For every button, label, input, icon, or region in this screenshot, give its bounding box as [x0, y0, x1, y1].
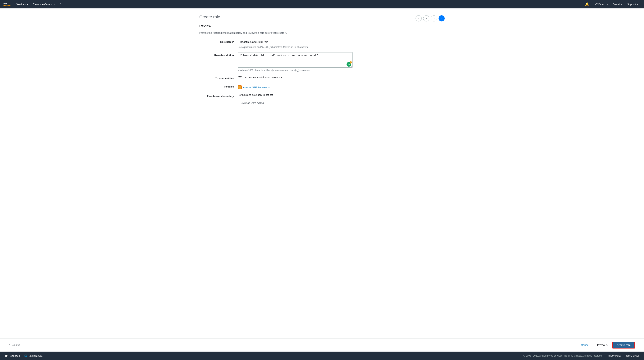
language-selector[interactable]: 🌐 English (US)	[24, 355, 42, 357]
support-menu[interactable]: Support ▼	[625, 0, 641, 8]
top-navigation: aws Services ▼ Resource Groups ▼ ☆ 🔔 LOV…	[0, 0, 644, 8]
feedback-label: Feedback	[9, 355, 20, 357]
favorites-icon[interactable]: ☆	[58, 2, 63, 6]
policies-field: AmazonS3FullAccess ↗	[238, 84, 353, 89]
privacy-policy-link[interactable]: Privacy Policy	[607, 355, 622, 357]
page-header: Create role 1 2 3 4	[184, 8, 460, 24]
section-description: Provide the required information below a…	[199, 31, 445, 34]
create-role-button[interactable]: Create role	[612, 342, 635, 349]
role-description-row: Role description Allows CodeBuild to cal…	[199, 52, 445, 72]
step-1: 1	[416, 15, 422, 21]
grammarly-badge: 1	[350, 61, 352, 63]
notifications-bell-icon[interactable]: 🔔	[583, 2, 592, 6]
language-label: English (US)	[28, 355, 42, 357]
support-label: Support	[627, 3, 636, 6]
no-tags-message: No tags were added.	[242, 101, 445, 104]
policies-label: Policies	[199, 84, 238, 88]
form-area: Review Provide the required information …	[184, 24, 460, 110]
role-description-textarea[interactable]: Allows CodeBuild to call AWS services on…	[238, 52, 353, 68]
account-menu[interactable]: LOVO Inc. ▼	[592, 0, 610, 8]
role-name-hint: Use alphanumeric and '+=,.@-_' character…	[238, 46, 353, 48]
role-name-row: Role name* Use alphanumeric and '+=,.@-_…	[199, 39, 445, 48]
previous-button[interactable]: Previous	[594, 342, 611, 348]
step-3: 3	[431, 15, 437, 21]
username-label: LOVO Inc.	[594, 3, 606, 6]
resource-groups-nav[interactable]: Resource Groups ▼	[31, 0, 58, 8]
role-name-input[interactable]	[238, 39, 314, 45]
feedback-button[interactable]: 💬 Feedback	[4, 355, 20, 357]
footer: 💬 Feedback 🌐 English (US) © 2008 - 2020,…	[0, 352, 644, 360]
services-nav[interactable]: Services ▼	[14, 0, 31, 8]
support-chevron-icon: ▼	[637, 3, 639, 5]
required-note: * Required	[9, 344, 20, 347]
step-4-active: 4	[438, 15, 445, 21]
permissions-boundary-label: Permissions boundary	[199, 93, 238, 98]
region-menu[interactable]: Global ▼	[610, 0, 625, 8]
region-chevron-icon: ▼	[621, 3, 623, 5]
policy-link[interactable]: AmazonS3FullAccess	[243, 86, 267, 89]
trusted-entities-row: Trusted entities AWS service: codebuild.…	[199, 75, 445, 80]
permissions-boundary-value: Permissions boundary is not set	[238, 92, 273, 96]
bottom-action-bar: * Required Cancel Previous Create role	[0, 338, 644, 352]
region-label: Global	[613, 3, 620, 6]
page-title: Create role	[199, 14, 220, 19]
role-description-hint: Maximum 1000 characters. Use alphanumeri…	[238, 69, 353, 72]
grammarly-icon: G 1	[346, 62, 351, 67]
trusted-entities-field: AWS service: codebuild.amazonaws.com	[238, 75, 353, 78]
nav-right-section: 🔔 LOVO Inc. ▼ Global ▼ Support ▼	[583, 0, 641, 8]
permissions-boundary-row: Permissions boundary Permissions boundar…	[199, 93, 445, 98]
feedback-chat-icon: 💬	[4, 355, 8, 357]
policy-icon	[238, 85, 242, 89]
content-wrapper: Create role 1 2 3 4 Review Provide the r…	[0, 8, 644, 338]
globe-icon: 🌐	[24, 355, 28, 357]
role-description-field: Allows CodeBuild to call AWS services on…	[238, 52, 353, 72]
resource-groups-chevron-icon: ▼	[53, 3, 55, 5]
trusted-entities-label: Trusted entities	[199, 75, 238, 80]
role-name-label: Role name*	[199, 39, 238, 43]
role-description-label: Role description	[199, 52, 238, 57]
permissions-boundary-field: Permissions boundary is not set	[238, 93, 353, 96]
step-2: 2	[423, 15, 429, 21]
external-link-icon: ↗	[268, 86, 270, 89]
copyright-text: © 2008 - 2020, Amazon Web Services, Inc.…	[524, 355, 602, 357]
section-title: Review	[199, 24, 445, 30]
grammarly-widget: G 1	[346, 62, 351, 67]
services-chevron-icon: ▼	[26, 3, 28, 5]
aws-logo[interactable]: aws	[3, 2, 11, 6]
role-name-field: Use alphanumeric and '+=,.@-_' character…	[238, 39, 353, 48]
terms-of-use-link[interactable]: Terms of Use	[626, 355, 640, 357]
step-indicators: 1 2 3 4	[416, 14, 445, 21]
svg-text:aws: aws	[3, 2, 8, 5]
policies-row: Policies AmazonS3FullAccess ↗	[199, 84, 445, 89]
cancel-button[interactable]: Cancel	[578, 342, 592, 348]
trusted-entity-value: AWS service: codebuild.amazonaws.com	[238, 74, 283, 78]
account-chevron-icon: ▼	[606, 3, 608, 5]
bottom-actions: Cancel Previous Create role	[578, 342, 635, 349]
textarea-wrapper: Allows CodeBuild to call AWS services on…	[238, 52, 353, 68]
footer-links: Privacy Policy Terms of Use	[607, 355, 640, 357]
